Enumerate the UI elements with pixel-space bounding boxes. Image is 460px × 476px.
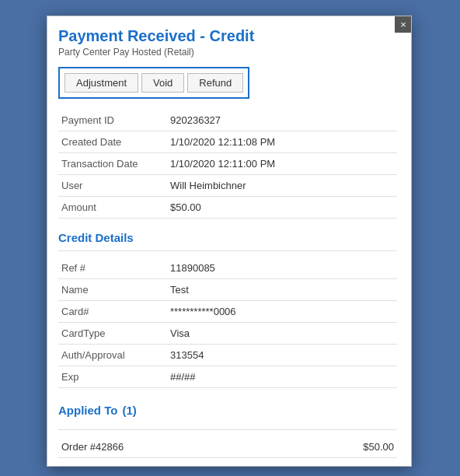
field-label: Auth/Approval xyxy=(58,345,167,366)
field-value: 1/10/2020 12:11:00 PM xyxy=(167,153,397,175)
field-label: Amount xyxy=(58,197,167,219)
table-row: Auth/Approval313554 xyxy=(58,345,397,366)
credit-details-divider xyxy=(58,250,397,251)
field-label: Payment ID xyxy=(58,110,167,131)
table-row: Exp##/## xyxy=(58,366,397,388)
applied-to-title: Applied To xyxy=(58,404,117,417)
memos-section: Memos xyxy=(58,464,397,466)
modal-title: Payment Received - Credit xyxy=(58,27,397,45)
credit-details-table: Ref #11890085NameTestCard#***********000… xyxy=(58,257,397,388)
table-row: UserWill Heimbichner xyxy=(58,175,397,197)
field-label: Created Date xyxy=(58,131,167,153)
order-amount: $50.00 xyxy=(363,441,394,453)
field-value: ***********0006 xyxy=(167,301,397,323)
order-label: Order #42866 xyxy=(61,441,124,453)
field-value: 11890085 xyxy=(167,257,397,279)
field-label: Ref # xyxy=(58,257,167,279)
action-buttons-group: Adjustment Void Refund xyxy=(58,67,249,99)
field-value: 313554 xyxy=(167,345,397,366)
field-label: Transaction Date xyxy=(58,153,167,175)
table-row: Amount$50.00 xyxy=(58,197,397,219)
field-value: ##/## xyxy=(167,366,397,388)
field-value: Will Heimbichner xyxy=(167,175,397,197)
credit-details-title: Credit Details xyxy=(58,231,397,244)
refund-button[interactable]: Refund xyxy=(187,73,243,93)
field-value: Visa xyxy=(167,323,397,345)
field-label: Name xyxy=(58,279,167,301)
table-row: Payment ID920236327 xyxy=(58,110,397,131)
field-value: Test xyxy=(167,279,397,301)
close-button[interactable]: × xyxy=(395,16,412,33)
field-label: Card# xyxy=(58,301,167,323)
table-row: NameTest xyxy=(58,279,397,301)
table-row: Transaction Date1/10/2020 12:11:00 PM xyxy=(58,153,397,175)
applied-to-count: (1) xyxy=(122,404,136,417)
applied-to-items: Order #42866$50.00 xyxy=(58,436,397,458)
field-value: $50.00 xyxy=(167,197,397,219)
memos-title: Memos xyxy=(58,464,397,466)
modal: × Payment Received - Credit Party Center… xyxy=(47,16,412,467)
adjustment-button[interactable]: Adjustment xyxy=(64,73,138,93)
modal-scroll-area[interactable]: Payment Received - Credit Party Center P… xyxy=(47,16,411,466)
table-row: CardTypeVisa xyxy=(58,323,397,345)
table-row: Created Date1/10/2020 12:11:08 PM xyxy=(58,131,397,153)
table-row: Ref #11890085 xyxy=(58,257,397,279)
table-row: Card#***********0006 xyxy=(58,301,397,323)
field-label: User xyxy=(58,175,167,197)
field-label: CardType xyxy=(58,323,167,345)
list-item: Order #42866$50.00 xyxy=(58,436,397,458)
applied-to-divider xyxy=(58,429,397,430)
void-button[interactable]: Void xyxy=(141,73,184,93)
overlay: × Payment Received - Credit Party Center… xyxy=(0,0,460,476)
field-value: 920236327 xyxy=(167,110,397,131)
payment-info-table: Payment ID920236327Created Date1/10/2020… xyxy=(58,110,397,219)
field-value: 1/10/2020 12:11:08 PM xyxy=(167,131,397,153)
modal-subtitle: Party Center Pay Hosted (Retail) xyxy=(58,47,397,58)
field-label: Exp xyxy=(58,366,167,388)
